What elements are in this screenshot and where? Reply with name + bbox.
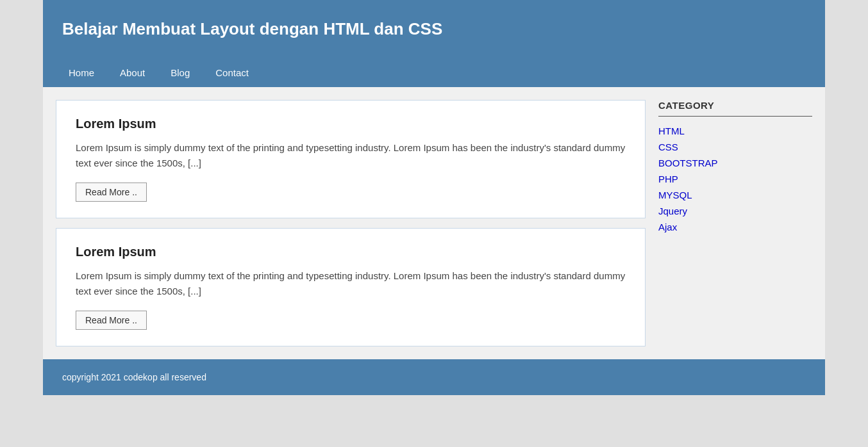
nav-link-about[interactable]: About — [107, 58, 158, 87]
category-item: BOOTSTRAP — [658, 158, 812, 168]
posts-section: Lorem IpsumLorem Ipsum is simply dummy t… — [56, 100, 646, 346]
category-item: PHP — [658, 174, 812, 184]
read-more-button[interactable]: Read More .. — [76, 183, 147, 202]
nav-item: Home — [56, 58, 107, 87]
sidebar: CATEGORY HTMLCSSBOOTSTRAPPHPMYSQLJqueryA… — [658, 100, 812, 346]
category-link-ajax[interactable]: Ajax — [658, 222, 677, 232]
category-link-bootstrap[interactable]: BOOTSTRAP — [658, 158, 718, 168]
content-area: Lorem IpsumLorem Ipsum is simply dummy t… — [43, 87, 825, 359]
category-title: CATEGORY — [658, 100, 812, 111]
post-title: Lorem Ipsum — [76, 117, 626, 131]
category-list: HTMLCSSBOOTSTRAPPHPMYSQLJqueryAjax — [658, 126, 812, 232]
site-title: Belajar Membuat Layout dengan HTML dan C… — [62, 19, 806, 39]
footer-text: copyright 2021 codekop all reserved — [62, 372, 206, 382]
category-item: CSS — [658, 142, 812, 152]
nav-list: HomeAboutBlogContact — [56, 58, 812, 87]
post-title: Lorem Ipsum — [76, 245, 626, 259]
category-item: HTML — [658, 126, 812, 136]
header: Belajar Membuat Layout dengan HTML dan C… — [43, 0, 825, 58]
post-excerpt: Lorem Ipsum is simply dummy text of the … — [76, 268, 626, 299]
category-link-php[interactable]: PHP — [658, 174, 678, 184]
nav-item: Contact — [203, 58, 262, 87]
post-card: Lorem IpsumLorem Ipsum is simply dummy t… — [56, 228, 646, 346]
category-item: Jquery — [658, 206, 812, 216]
sidebar-category: CATEGORY HTMLCSSBOOTSTRAPPHPMYSQLJqueryA… — [658, 100, 812, 232]
category-link-jquery[interactable]: Jquery — [658, 206, 687, 216]
nav-link-blog[interactable]: Blog — [158, 58, 203, 87]
nav-item: About — [107, 58, 158, 87]
footer: copyright 2021 codekop all reserved — [43, 359, 825, 395]
category-link-mysql[interactable]: MYSQL — [658, 190, 692, 200]
sidebar-divider — [658, 116, 812, 117]
nav-link-home[interactable]: Home — [56, 58, 107, 87]
category-link-css[interactable]: CSS — [658, 142, 678, 152]
category-item: MYSQL — [658, 190, 812, 200]
category-item: Ajax — [658, 222, 812, 232]
post-card: Lorem IpsumLorem Ipsum is simply dummy t… — [56, 100, 646, 218]
post-excerpt: Lorem Ipsum is simply dummy text of the … — [76, 140, 626, 171]
read-more-button[interactable]: Read More .. — [76, 311, 147, 330]
nav-item: Blog — [158, 58, 203, 87]
main-nav: HomeAboutBlogContact — [43, 58, 825, 87]
category-link-html[interactable]: HTML — [658, 126, 685, 136]
nav-link-contact[interactable]: Contact — [203, 58, 262, 87]
